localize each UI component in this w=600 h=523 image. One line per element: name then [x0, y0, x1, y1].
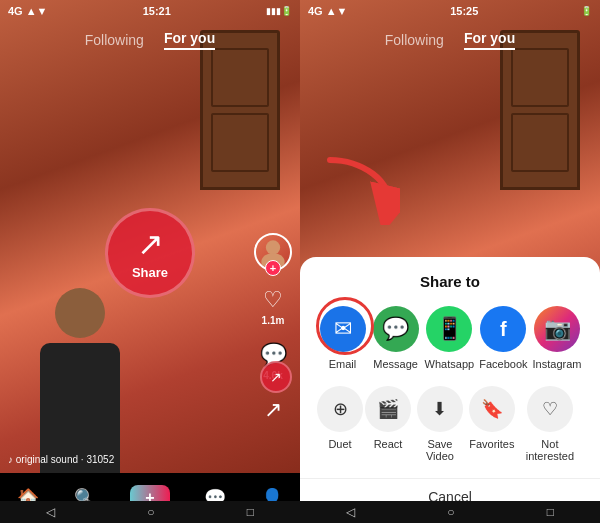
recents-btn-right[interactable]: □: [547, 505, 554, 519]
follow-plus-left[interactable]: +: [265, 260, 281, 276]
save-video-icon: ⬇: [417, 386, 463, 432]
message-icon: 💬: [373, 306, 419, 352]
back-btn-right[interactable]: ◁: [346, 505, 355, 519]
top-nav-left: Following For you: [0, 22, 300, 57]
react-icon: 🎬: [365, 386, 411, 432]
share-whatsapp[interactable]: 📱 Whatsapp: [425, 306, 475, 370]
status-time-left: 15:21: [143, 5, 171, 17]
likes-icon-left[interactable]: ♡ 1.1m: [262, 287, 285, 326]
share-sheet-title: Share to: [316, 273, 584, 290]
duet-label: Duet: [328, 438, 351, 450]
battery-icon-right: 🔋: [581, 6, 592, 16]
android-nav-right: ◁ ○ □: [300, 501, 600, 523]
left-phone-panel: 4G ▲▼ 15:21 ▮▮▮🔋 Following For you + ♡ 1…: [0, 0, 300, 523]
share-message[interactable]: 💬 Message: [372, 306, 420, 370]
recents-btn-left[interactable]: □: [247, 505, 254, 519]
status-bar-left: 4G ▲▼ 15:21 ▮▮▮🔋: [0, 0, 300, 22]
back-btn-left[interactable]: ◁: [46, 505, 55, 519]
share-react[interactable]: 🎬 React: [364, 386, 412, 462]
right-phone-panel: 4G ▲▼ 15:25 🔋 Following For you + ♡ 1.1m: [300, 0, 600, 523]
sound-info-left: ♪ original sound · 31052: [8, 454, 245, 465]
message-label: Message: [373, 358, 418, 370]
share-icon-small: ↗: [270, 369, 282, 385]
not-interested-icon: ♡: [527, 386, 573, 432]
share-circle-big[interactable]: ↗ Share: [105, 208, 195, 298]
svg-point-0: [266, 240, 280, 254]
status-icons-right: 🔋: [581, 6, 592, 16]
react-label: React: [374, 438, 403, 450]
share-circle-small[interactable]: ↗: [260, 361, 292, 393]
instagram-icon: 📷: [534, 306, 580, 352]
share-facebook[interactable]: f Facebook: [479, 306, 527, 370]
for-you-tab-left[interactable]: For you: [164, 30, 215, 50]
right-sidebar-left: + ♡ 1.1m 💬 4.6k ↗: [254, 233, 292, 423]
share-label-big: Share: [132, 265, 168, 280]
email-label: Email: [329, 358, 357, 370]
share-icon-big: ↗: [137, 225, 164, 263]
likes-count-left: 1.1m: [262, 315, 285, 326]
for-you-tab-right[interactable]: For you: [464, 30, 515, 50]
email-highlight-circle: [316, 297, 374, 355]
favorites-icon: 🔖: [469, 386, 515, 432]
instagram-label: Instagram: [533, 358, 582, 370]
share-instagram[interactable]: 📷 Instagram: [533, 306, 582, 370]
share-icon-left-sidebar[interactable]: ↗: [264, 397, 282, 423]
status-icons-left: ▮▮▮🔋: [266, 6, 292, 16]
favorites-label: Favorites: [469, 438, 514, 450]
heart-icon-left: ♡: [263, 287, 283, 313]
share-icon-small-left: ↗: [264, 397, 282, 423]
share-duet[interactable]: ⊕ Duet: [316, 386, 364, 462]
home-btn-right[interactable]: ○: [447, 505, 454, 519]
home-btn-left[interactable]: ○: [147, 505, 154, 519]
share-not-interested[interactable]: ♡ Not interested: [516, 386, 584, 462]
avatar-container-left[interactable]: +: [254, 233, 292, 271]
red-arrow-indicator: [320, 155, 400, 225]
not-interested-label: Not interested: [516, 438, 584, 462]
status-signal-right: 4G ▲▼: [308, 5, 348, 17]
duet-icon: ⊕: [317, 386, 363, 432]
save-video-label: Save Video: [412, 438, 468, 462]
share-save-video[interactable]: ⬇ Save Video: [412, 386, 468, 462]
battery-icon-left: ▮▮▮🔋: [266, 6, 292, 16]
share-favorites[interactable]: 🔖 Favorites: [468, 386, 516, 462]
person-left: [20, 288, 140, 468]
top-nav-right: Following For you: [300, 22, 600, 57]
whatsapp-label: Whatsapp: [425, 358, 475, 370]
share-row-2: ⊕ Duet 🎬 React ⬇ Save Video 🔖 Favorites …: [316, 386, 584, 462]
whatsapp-icon: 📱: [426, 306, 472, 352]
status-bar-right: 4G ▲▼ 15:25 🔋: [300, 0, 600, 22]
facebook-icon: f: [480, 306, 526, 352]
following-tab-right[interactable]: Following: [385, 32, 444, 48]
bottom-info-left: ♪ original sound · 31052: [8, 454, 245, 465]
status-time-right: 15:25: [450, 5, 478, 17]
status-signal-left: 4G ▲▼: [8, 5, 48, 17]
android-nav-left: ◁ ○ □: [0, 501, 300, 523]
following-tab-left[interactable]: Following: [85, 32, 144, 48]
facebook-label: Facebook: [479, 358, 527, 370]
